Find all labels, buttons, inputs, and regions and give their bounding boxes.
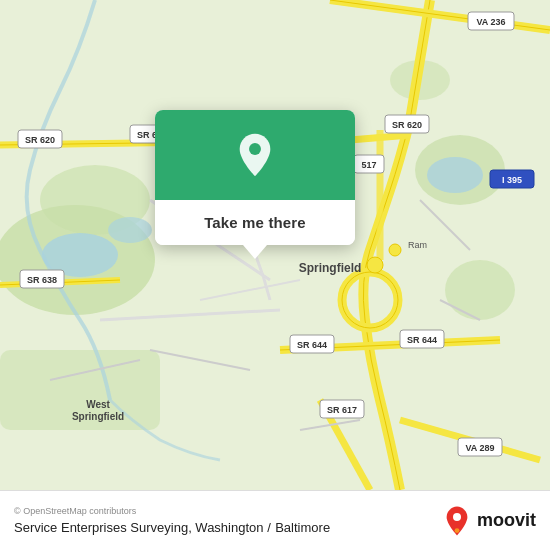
- svg-text:SR 620: SR 620: [392, 120, 422, 130]
- svg-text:SR 617: SR 617: [327, 405, 357, 415]
- svg-point-9: [427, 157, 483, 193]
- svg-text:517: 517: [361, 160, 376, 170]
- svg-point-4: [445, 260, 515, 320]
- moovit-logo: moovit: [441, 505, 536, 537]
- moovit-icon: [441, 505, 473, 537]
- svg-point-60: [389, 244, 401, 256]
- bottom-bar: © OpenStreetMap contributors Service Ent…: [0, 490, 550, 550]
- svg-text:West: West: [86, 399, 110, 410]
- svg-point-64: [455, 528, 460, 533]
- svg-point-8: [108, 217, 152, 243]
- svg-point-63: [453, 513, 461, 521]
- map-container: VA 236 SR 620 SR 620 SR 620 SR 620 I 395…: [0, 0, 550, 490]
- moovit-text: moovit: [477, 510, 536, 531]
- svg-text:Springfield: Springfield: [72, 411, 124, 422]
- svg-text:SR 638: SR 638: [27, 275, 57, 285]
- svg-text:Ram: Ram: [408, 240, 427, 250]
- svg-text:SR 644: SR 644: [297, 340, 327, 350]
- place-name: Service Enterprises Surveying, Washingto…: [14, 520, 271, 535]
- svg-text:VA 289: VA 289: [465, 443, 494, 453]
- svg-text:SR 644: SR 644: [407, 335, 437, 345]
- svg-point-62: [249, 143, 261, 155]
- popup-tail: [243, 245, 267, 259]
- place-name-2: Baltimore: [275, 520, 330, 535]
- popup-header: [155, 110, 355, 200]
- svg-point-59: [367, 257, 383, 273]
- svg-text:SR 620: SR 620: [25, 135, 55, 145]
- openstreetmap-credit: © OpenStreetMap contributors: [14, 506, 441, 516]
- bottom-text: © OpenStreetMap contributors Service Ent…: [14, 506, 441, 536]
- map-background: VA 236 SR 620 SR 620 SR 620 SR 620 I 395…: [0, 0, 550, 490]
- popup-card: Take me there: [155, 110, 355, 245]
- place-name-container: Service Enterprises Surveying, Washingto…: [14, 518, 441, 536]
- svg-text:I 395: I 395: [502, 175, 522, 185]
- location-pin-icon: [232, 132, 278, 178]
- take-me-there-button[interactable]: Take me there: [155, 200, 355, 245]
- svg-text:VA 236: VA 236: [476, 17, 505, 27]
- svg-text:Springfield: Springfield: [299, 261, 362, 275]
